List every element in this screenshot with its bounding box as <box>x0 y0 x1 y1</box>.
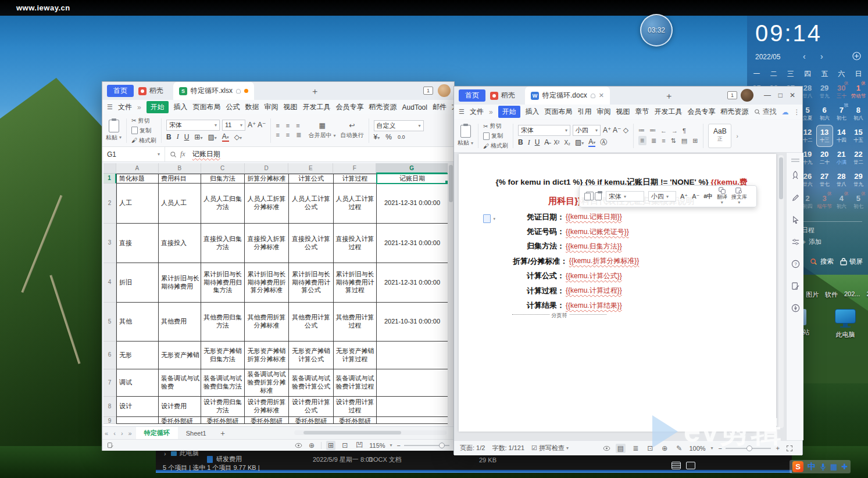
fx-icon[interactable]: fx <box>180 150 185 159</box>
horizontal-scrollbar[interactable] <box>294 430 446 435</box>
column-header[interactable]: B <box>159 163 201 174</box>
row-header[interactable]: 6 <box>103 342 116 369</box>
excel-menu-item[interactable]: 审阅 <box>265 102 278 112</box>
cell-d[interactable]: 直接投入折算分摊标准 <box>245 224 289 263</box>
excel-menu-item[interactable]: 页面布局 <box>193 102 221 112</box>
cell-c[interactable]: 其他费用归集方法 <box>201 303 245 342</box>
style-gallery-chip[interactable]: AaB 正 <box>708 124 731 148</box>
font-size-select[interactable]: 小四▾ <box>573 125 601 136</box>
mini-copy-icon[interactable] <box>584 193 591 200</box>
format-painter-button[interactable]: 🖌︎ 格式刷 <box>483 142 508 150</box>
select-all-corner[interactable] <box>103 163 116 174</box>
cell-b[interactable]: 装备调试与试验费 <box>159 369 201 397</box>
cursor-select-icon[interactable] <box>787 209 804 231</box>
cell-b[interactable]: 设计费用 <box>159 397 201 417</box>
column-header[interactable]: A <box>116 163 159 174</box>
row-header[interactable]: 7 <box>103 369 116 397</box>
sign-document-icon[interactable] <box>787 275 804 297</box>
calendar-day[interactable]: 20 二十 <box>816 147 833 169</box>
menu-overflow-icon[interactable]: » <box>489 108 493 116</box>
indent-button[interactable]: → <box>671 127 678 134</box>
word-menu-item[interactable]: 稻壳资源 <box>721 107 749 117</box>
excel-menu-item[interactable]: 数据 <box>245 102 259 112</box>
style-gallery-more[interactable]: › <box>736 133 738 139</box>
mini-size-select[interactable]: 小四▾ <box>648 191 676 202</box>
calendar-day[interactable]: 29 廿九 <box>816 81 833 103</box>
cell-a[interactable]: 简化标题 <box>116 174 159 184</box>
page-layout-button[interactable]: ⊡ <box>340 441 349 450</box>
center-view-icon[interactable]: ⊕ <box>307 441 316 450</box>
maximize-button[interactable]: □ <box>778 91 783 99</box>
cell-c[interactable]: 装备调试与试验费归集方法 <box>201 369 245 397</box>
cell-d[interactable]: 累计折旧与长期待摊费用折算分摊标准 <box>245 263 289 303</box>
cell-name-box[interactable]: G1▾ <box>102 147 165 161</box>
cell-c[interactable]: 归集方法 <box>201 174 245 184</box>
excel-menu-item[interactable]: 会员专享 <box>336 102 364 112</box>
cell-g[interactable]: 2021-12-31 0:00:00 <box>377 263 448 303</box>
currency-button[interactable]: ¥▾ <box>374 133 380 141</box>
excel-menu-item[interactable]: 视图 <box>284 102 298 112</box>
cell-style-button[interactable]: ◇▾ <box>234 133 242 141</box>
column-header[interactable]: F <box>333 163 376 174</box>
word-menu-file[interactable]: 文件 <box>470 107 484 117</box>
mini-window-icon[interactable] <box>671 462 681 469</box>
cell-c[interactable]: 设计费用归集方法 <box>201 397 245 417</box>
cell-a[interactable]: 人工 <box>116 184 159 224</box>
cell-e[interactable]: 委托外部研 <box>289 417 334 424</box>
desktop-icon-label[interactable]: 软件 <box>825 290 838 299</box>
excel-menu-item[interactable]: 稻壳资源 <box>369 102 397 112</box>
calendar-day[interactable]: 29 廿九 <box>850 169 867 191</box>
calendar-day[interactable]: 27 廿七 <box>816 169 833 191</box>
outdent-button[interactable]: ← <box>660 127 667 134</box>
tab-feedback-icon[interactable] <box>236 89 241 94</box>
mini-translate-button[interactable]: 翻译▾ <box>717 187 727 206</box>
table-button[interactable]: ⊞ <box>692 137 698 145</box>
cell-b[interactable]: 无形资产摊销 <box>159 342 201 369</box>
cell-e[interactable]: 设计费用计算公式 <box>289 397 334 417</box>
calendar-day[interactable]: 28 廿八 <box>833 169 850 191</box>
new-tab-button[interactable]: ＋ <box>665 91 673 102</box>
column-header[interactable]: D <box>245 163 289 174</box>
cell-b[interactable]: 委托外部研 <box>159 417 201 424</box>
italic-button[interactable]: I <box>177 132 179 141</box>
mini-search-library-button[interactable]: 搜文库▾ <box>731 187 747 206</box>
avatar[interactable] <box>438 84 451 97</box>
panel-search-button[interactable]: 搜索 <box>810 257 834 266</box>
column-header[interactable]: C <box>201 163 245 174</box>
cell-a[interactable]: 调试 <box>116 369 159 397</box>
menu-right-icons[interactable]: ☁ ⋮ ∧ <box>782 108 802 116</box>
merge-center-icon[interactable]: ▦ <box>319 121 325 130</box>
strike-button[interactable]: A̶ <box>544 138 549 146</box>
stamp-seal-icon[interactable] <box>787 297 804 319</box>
eye-protection-icon[interactable] <box>603 445 610 451</box>
merge-center-button[interactable]: 合并居中▾ <box>309 131 336 139</box>
zoom-slider[interactable] <box>404 445 449 446</box>
explorer-file-row[interactable]: 研发费用 <box>207 455 242 463</box>
subscript-button[interactable]: X₂ <box>564 139 570 146</box>
calendar-prev-icon[interactable]: ‹ <box>803 52 806 61</box>
paste-button[interactable]: 粘贴▾ <box>458 125 473 147</box>
row-header[interactable]: 8 <box>103 397 116 417</box>
cell-a[interactable]: 设计 <box>116 397 159 417</box>
cell-g[interactable]: 2021-12-31 0:00:00 <box>377 184 448 224</box>
mini-paste-icon[interactable] <box>595 192 602 200</box>
word-menu-item[interactable]: 会员专享 <box>688 107 716 117</box>
cell-e[interactable]: 直接投入计算公式 <box>289 224 334 263</box>
mini-pinyin-icon[interactable]: a中 <box>703 193 713 199</box>
cell-e[interactable]: 装备调试与试验费计算公式 <box>289 369 334 397</box>
highlight-button[interactable]: ▨▾ <box>575 138 584 146</box>
outline-view-button[interactable]: ≣ <box>631 444 640 453</box>
excel-document-tab[interactable]: S 特定循环.xlsx <box>173 82 254 100</box>
eye-protection-icon[interactable] <box>295 443 302 448</box>
align-right-button[interactable]: ≡ <box>662 137 666 144</box>
adjust-sliders-icon[interactable] <box>787 231 804 253</box>
para-mark-button[interactable]: ¶ <box>683 127 686 134</box>
word-menu-item[interactable]: 审阅 <box>597 107 611 117</box>
cell-g[interactable] <box>377 397 448 417</box>
tab-feedback-icon[interactable] <box>591 94 595 98</box>
recording-timer-bubble[interactable]: 03:32 <box>640 14 673 46</box>
format-painter-button[interactable]: 🖌︎ 格式刷 <box>131 136 156 145</box>
calendar-day[interactable]: 休 3 端午节 <box>816 191 833 213</box>
row-header[interactable]: 9 <box>103 417 116 424</box>
minimize-button[interactable]: — <box>764 91 771 99</box>
